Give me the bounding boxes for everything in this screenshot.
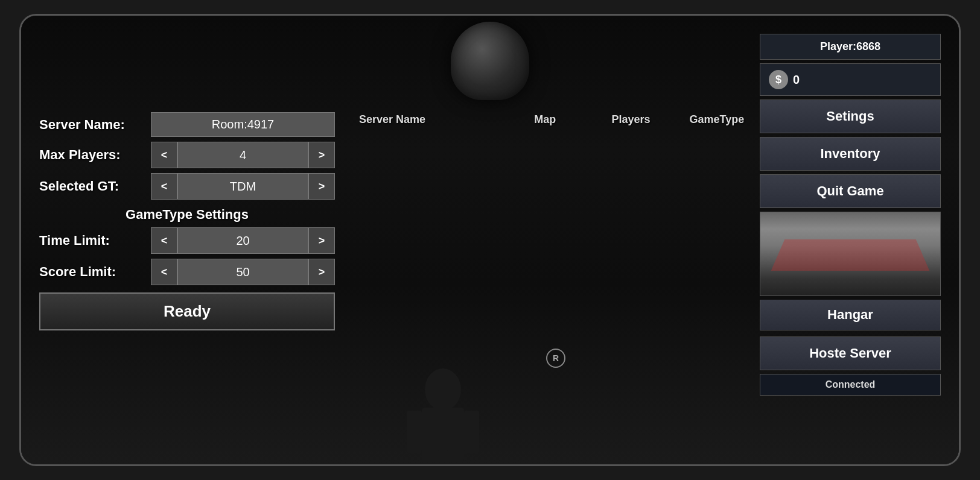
col-players: Players <box>588 113 673 126</box>
gametype-increment[interactable]: > <box>308 173 335 200</box>
svg-rect-14 <box>913 224 922 271</box>
svg-rect-2 <box>407 411 422 453</box>
max-players-label: Max Players: <box>39 147 145 163</box>
col-server-name: Server Name <box>359 113 502 126</box>
map-preview-image <box>760 212 941 296</box>
helmet-shape <box>451 22 529 100</box>
max-players-value: 4 <box>177 142 308 168</box>
score-limit-label: Score Limit: <box>39 264 145 280</box>
player-name: Player:6868 <box>820 40 880 52</box>
max-players-row: Max Players: < 4 > <box>39 142 335 168</box>
time-limit-decrement[interactable]: < <box>151 227 177 254</box>
score-limit-row: Score Limit: < 50 > <box>39 259 335 285</box>
max-players-stepper: < 4 > <box>151 142 335 168</box>
score-limit-increment[interactable]: > <box>308 259 335 285</box>
server-name-value: Room:4917 <box>151 112 335 137</box>
connection-status: Connected <box>760 374 941 396</box>
svg-line-10 <box>850 221 940 295</box>
inventory-button[interactable]: Inventory <box>760 137 941 171</box>
time-limit-row: Time Limit: < 20 > <box>39 227 335 254</box>
settings-button[interactable]: Setings <box>760 99 941 133</box>
svg-rect-3 <box>464 411 479 453</box>
score-limit-value: 50 <box>177 259 308 285</box>
quit-game-button[interactable]: Quit Game <box>760 174 941 208</box>
score-limit-decrement[interactable]: < <box>151 259 177 285</box>
currency-box: $ 0 <box>760 63 941 96</box>
max-players-increment[interactable]: > <box>308 142 335 168</box>
selected-gt-row: Selected GT: < TDM > <box>39 173 335 200</box>
svg-rect-5 <box>447 450 462 462</box>
time-limit-value: 20 <box>177 227 308 254</box>
left-settings-panel: Server Name: Room:4917 Max Players: < 4 … <box>39 112 335 330</box>
player-info-box: Player:6868 <box>760 34 941 60</box>
svg-rect-16 <box>760 212 940 295</box>
gametype-value: TDM <box>177 173 308 200</box>
map-name-label[interactable]: Hangar <box>760 300 941 330</box>
svg-rect-12 <box>814 242 886 278</box>
server-list-header: Server Name Map Players GameType <box>347 113 772 126</box>
game-lobby-container: R Server Name Map Players GameType Serve… <box>19 14 961 466</box>
svg-line-9 <box>760 221 850 295</box>
selected-gt-label: Selected GT: <box>39 178 145 194</box>
svg-rect-7 <box>760 212 940 221</box>
host-server-button[interactable]: Hoste Server <box>760 336 941 370</box>
right-panel: Player:6868 $ 0 Setings Inventory Quit G… <box>760 34 941 396</box>
helmet-image <box>451 22 529 106</box>
server-name-label: Server Name: <box>39 117 145 133</box>
currency-value: 0 <box>793 73 800 87</box>
score-limit-stepper: < 50 > <box>151 259 335 285</box>
svg-rect-13 <box>778 224 788 271</box>
svg-rect-6 <box>760 212 940 295</box>
character-silhouette <box>377 359 509 464</box>
watermark-badge: R <box>546 349 565 368</box>
max-players-decrement[interactable]: < <box>151 142 177 168</box>
gametype-settings-title: GameType Settings <box>39 207 335 223</box>
svg-line-8 <box>760 221 940 236</box>
time-limit-increment[interactable]: > <box>308 227 335 254</box>
server-name-row: Server Name: Room:4917 <box>39 112 335 137</box>
dollar-icon: $ <box>769 70 788 89</box>
time-limit-label: Time Limit: <box>39 233 145 248</box>
ready-button[interactable]: Ready <box>39 292 335 330</box>
svg-point-0 <box>425 368 461 411</box>
time-limit-stepper: < 20 > <box>151 227 335 254</box>
svg-rect-15 <box>808 224 892 260</box>
gametype-decrement[interactable]: < <box>151 173 177 200</box>
svg-rect-4 <box>424 450 439 462</box>
selected-gt-stepper: < TDM > <box>151 173 335 200</box>
col-gametype: GameType <box>674 113 760 126</box>
col-map: Map <box>502 113 588 126</box>
svg-rect-11 <box>760 272 940 295</box>
